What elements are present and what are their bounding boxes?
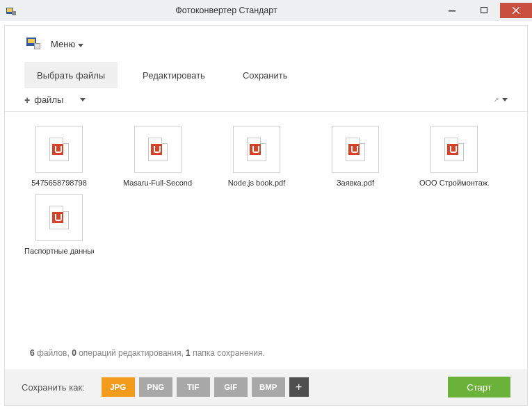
menu-button[interactable]: Меню [51, 39, 83, 49]
file-thumbnail [35, 126, 83, 173]
format-row: JPG PNG TIF GIF BMP + [102, 377, 309, 397]
chevron-down-icon [502, 98, 508, 101]
pdf-icon [52, 212, 63, 223]
close-button[interactable] [500, 3, 532, 18]
file-thumbnail [233, 126, 280, 173]
wrench-icon [494, 95, 499, 106]
ops-count: 0 [72, 348, 76, 358]
menu-label: Меню [51, 39, 75, 49]
format-label: GIF [224, 383, 237, 391]
pdf-icon [250, 144, 261, 155]
file-item[interactable]: Node.js book.pdf [222, 126, 291, 187]
svg-rect-8 [28, 39, 35, 43]
main-panel: Меню Выбрать файлы Редактировать Сохрани… [4, 25, 528, 406]
file-name: Node.js book.pdf [222, 179, 291, 187]
plus-icon: + [296, 381, 302, 393]
files-toolbar: + файлы [5, 88, 527, 112]
file-thumbnail [35, 194, 83, 241]
svg-rect-1 [7, 8, 13, 12]
maximize-button[interactable] [468, 3, 500, 18]
pdf-icon [52, 144, 63, 155]
tab-edit[interactable]: Редактировать [130, 62, 218, 88]
menu-row: Меню [5, 26, 527, 62]
file-name: ООО Строймонтаж.pdf [419, 179, 489, 187]
file-item[interactable]: ООО Строймонтаж.pdf [419, 126, 489, 187]
pdf-icon [151, 144, 162, 155]
titlebar: Фотоконвертер Стандарт [0, 0, 532, 21]
add-files-label: файлы [34, 95, 63, 105]
svg-rect-10 [35, 44, 40, 49]
start-label: Старт [467, 382, 491, 393]
format-label: JPG [110, 383, 126, 391]
file-item[interactable]: Masaru-Full-Second-Edition.pdf [123, 126, 193, 187]
file-name: 5475658798798 [24, 179, 94, 187]
tab-label: Сохранить [243, 70, 288, 81]
add-files-button[interactable]: + файлы [24, 95, 86, 106]
tab-select-files[interactable]: Выбрать файлы [24, 62, 118, 88]
printer-icon [24, 33, 42, 54]
file-thumbnail [430, 126, 478, 173]
window-controls [436, 3, 532, 18]
window-title: Фотоконвертер Стандарт [17, 6, 436, 15]
plus-icon: + [24, 95, 30, 106]
format-label: PNG [147, 383, 164, 391]
file-count: 6 [30, 348, 35, 358]
save-as-label: Сохранить как: [22, 382, 85, 393]
status-text: папка сохранения. [193, 348, 265, 358]
svg-rect-4 [481, 8, 487, 13]
add-format-button[interactable]: + [289, 377, 309, 397]
format-label: BMP [259, 383, 277, 391]
file-item[interactable]: Паспортные данные.pdf [24, 194, 94, 255]
status-bar: 6 файлов, 0 операций редактирования, 1 п… [5, 348, 527, 366]
file-name: Паспортные данные.pdf [24, 247, 94, 255]
file-item[interactable]: 5475658798798 [24, 126, 94, 187]
app-icon [6, 5, 17, 16]
pdf-icon [447, 144, 458, 155]
status-text: файлов, [37, 348, 70, 358]
bottom-bar: Сохранить как: JPG PNG TIF GIF BMP + Ста… [5, 369, 527, 405]
status-text: операций редактирования, [79, 348, 184, 358]
file-thumbnail [134, 126, 182, 173]
settings-button[interactable] [494, 93, 508, 107]
chevron-down-icon [78, 39, 83, 49]
format-png[interactable]: PNG [139, 377, 172, 397]
file-name: Masaru-Full-Second-Edition.pdf [123, 179, 193, 187]
format-jpg[interactable]: JPG [102, 377, 135, 397]
tab-label: Выбрать файлы [37, 70, 105, 81]
file-item[interactable]: Заявка.pdf [321, 126, 390, 187]
file-thumbnail [332, 126, 379, 173]
format-label: TIF [187, 383, 199, 391]
pdf-icon [348, 144, 360, 155]
format-bmp[interactable]: BMP [252, 377, 285, 397]
file-name: Заявка.pdf [321, 179, 390, 187]
chevron-down-icon [80, 98, 86, 101]
tabs: Выбрать файлы Редактировать Сохранить [5, 62, 527, 88]
format-gif[interactable]: GIF [214, 377, 248, 397]
file-grid: 5475658798798 Masaru-Full-Second-Edition… [5, 112, 527, 255]
tab-save[interactable]: Сохранить [230, 62, 300, 88]
tab-label: Редактировать [143, 70, 205, 81]
start-button[interactable]: Старт [448, 377, 510, 397]
folder-count: 1 [186, 348, 191, 358]
format-tif[interactable]: TIF [177, 377, 210, 397]
minimize-button[interactable] [436, 3, 468, 18]
svg-rect-3 [449, 10, 456, 12]
svg-rect-2 [12, 11, 16, 15]
